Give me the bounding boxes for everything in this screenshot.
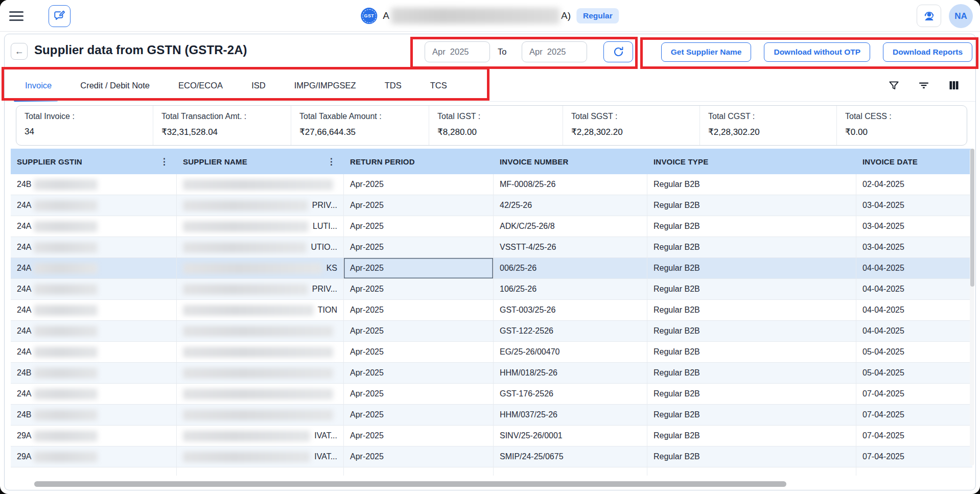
cell-return-period[interactable]: Apr-2025 xyxy=(344,237,494,258)
cell-invoice-type[interactable]: Regular B2B xyxy=(647,279,856,300)
cell-return-period[interactable]: Apr-2025 xyxy=(344,446,494,467)
columns-icon[interactable] xyxy=(948,79,960,91)
cell-return-period[interactable]: Apr-2025 xyxy=(344,426,494,446)
cell-invoice-type[interactable]: Regular B2B xyxy=(647,405,856,426)
cell-return-period[interactable]: Apr-2025 xyxy=(344,384,494,405)
cell-invoice-number[interactable]: SINV/25-26/0001 xyxy=(494,426,647,446)
cell-invoice-date[interactable]: 05-04-2025 xyxy=(856,363,972,384)
cell-invoice-number[interactable]: ADK/C/25-26/8 xyxy=(494,216,647,237)
table-row[interactable]: 24APRIV...Apr-202542/25-26Regular B2B03-… xyxy=(11,195,972,216)
vertical-scrollbar-thumb[interactable] xyxy=(970,149,974,287)
cell-invoice-number[interactable]: HHM/018/25-26 xyxy=(494,363,647,384)
cell-invoice-number[interactable]: GST-176-2526 xyxy=(494,384,647,405)
column-header-invoice-date[interactable]: INVOICE DATE xyxy=(856,149,972,174)
table-row[interactable]: 24AApr-2025EG/25-26/00470Regular B2B05-0… xyxy=(11,342,972,363)
cell-return-period[interactable]: Apr-2025 xyxy=(344,405,494,426)
cell-invoice-type[interactable]: Regular B2B xyxy=(647,321,856,342)
table-row[interactable]: 24BApr-2025HHM/037/25-26Regular B2B07-04… xyxy=(11,405,972,426)
column-header-supplier-gstin[interactable]: SUPPLIER GSTIN⋮ xyxy=(11,149,177,174)
table-row[interactable]: 29AIVAT...Apr-2025SINV/25-26/0001Regular… xyxy=(11,426,972,446)
table-row[interactable]: 24ATIONApr-2025GST-003/25-26Regular B2B0… xyxy=(11,300,972,321)
column-header-supplier-name[interactable]: SUPPLIER NAME⋮ xyxy=(177,149,344,174)
date-to-input[interactable] xyxy=(522,41,587,62)
tab-invoice[interactable]: Invoice xyxy=(25,69,52,102)
chat-edit-button[interactable] xyxy=(49,5,71,27)
back-button[interactable]: ← xyxy=(11,43,28,60)
cell-invoice-number[interactable]: EG/25-26/00470 xyxy=(494,342,647,363)
cell-return-period[interactable]: Apr-2025 xyxy=(344,216,494,237)
column-header-return-period[interactable]: RETURN PERIOD xyxy=(344,149,494,174)
cell-invoice-date[interactable]: 04-04-2025 xyxy=(856,258,972,279)
column-menu-icon[interactable]: ⋮ xyxy=(325,156,338,167)
cell-invoice-date[interactable]: 04-04-2025 xyxy=(856,279,972,300)
cell-invoice-date[interactable]: 04-04-2025 xyxy=(856,321,972,342)
cell-invoice-type[interactable]: Regular B2B xyxy=(647,446,856,467)
cell-invoice-type[interactable]: Regular B2B xyxy=(647,174,856,195)
cell-invoice-date[interactable]: 07-04-2025 xyxy=(856,426,972,446)
cell-invoice-number[interactable]: VSSTT-4/25-26 xyxy=(494,237,647,258)
support-button[interactable] xyxy=(917,5,941,27)
filter-funnel-icon[interactable] xyxy=(888,80,900,91)
cell-invoice-date[interactable]: 02-04-2025 xyxy=(856,174,972,195)
cell-invoice-date[interactable]: 03-04-2025 xyxy=(856,195,972,216)
cell-return-period[interactable]: Apr-2025 xyxy=(344,195,494,216)
table-row[interactable]: 24BApr-2025MF-0008/25-26Regular B2B02-04… xyxy=(11,174,972,195)
cell-invoice-type[interactable]: Regular B2B xyxy=(647,342,856,363)
cell-invoice-type[interactable]: Regular B2B xyxy=(647,195,856,216)
cell-invoice-date[interactable]: 07-04-2025 xyxy=(856,384,972,405)
cell-return-period[interactable]: Apr-2025 xyxy=(344,174,494,195)
column-header-invoice-number[interactable]: INVOICE NUMBER xyxy=(494,149,647,174)
cell-invoice-number[interactable]: GST-003/25-26 xyxy=(494,300,647,321)
cell-return-period[interactable]: Apr-2025 xyxy=(344,279,494,300)
cell-invoice-type[interactable]: Regular B2B xyxy=(647,384,856,405)
date-from-input[interactable] xyxy=(425,41,490,62)
tab-credit-debit-note[interactable]: Credit / Debit Note xyxy=(80,69,150,102)
table-row[interactable]: 24AKSApr-2025006/25-26Regular B2B04-04-2… xyxy=(11,258,972,279)
cell-invoice-type[interactable]: Regular B2B xyxy=(647,216,856,237)
horizontal-scrollbar-thumb[interactable] xyxy=(34,481,786,487)
cell-invoice-number[interactable]: MF-0008/25-26 xyxy=(494,174,647,195)
table-row[interactable]: 24AUTIO...Apr-2025VSSTT-4/25-26Regular B… xyxy=(11,237,972,258)
cell-return-period[interactable]: Apr-2025 xyxy=(344,258,494,279)
user-avatar[interactable]: NA xyxy=(949,4,973,28)
cell-invoice-type[interactable]: Regular B2B xyxy=(647,426,856,446)
horizontal-scrollbar[interactable] xyxy=(10,481,968,487)
table-row[interactable]: 24APRIV...Apr-2025106/25-26Regular B2B04… xyxy=(11,279,972,300)
cell-invoice-type[interactable]: Regular B2B xyxy=(647,363,856,384)
tab-tds[interactable]: TDS xyxy=(385,69,402,102)
tab-tcs[interactable]: TCS xyxy=(430,69,447,102)
table-row[interactable]: 24ALUTI...Apr-2025ADK/C/25-26/8Regular B… xyxy=(11,216,972,237)
filter-lines-icon[interactable] xyxy=(918,79,930,91)
get-supplier-name-button[interactable]: Get Supplier Name xyxy=(661,42,752,62)
cell-return-period[interactable]: Apr-2025 xyxy=(344,342,494,363)
cell-invoice-date[interactable]: 03-04-2025 xyxy=(856,216,972,237)
cell-return-period[interactable]: Apr-2025 xyxy=(344,363,494,384)
cell-invoice-type[interactable]: Regular B2B xyxy=(647,300,856,321)
vertical-scrollbar[interactable] xyxy=(970,149,974,465)
cell-invoice-type[interactable]: Regular B2B xyxy=(647,237,856,258)
cell-invoice-number[interactable]: 106/25-26 xyxy=(494,279,647,300)
cell-invoice-date[interactable]: 05-04-2025 xyxy=(856,342,972,363)
cell-invoice-date[interactable]: 07-04-2025 xyxy=(856,405,972,426)
cell-return-period[interactable]: Apr-2025 xyxy=(344,321,494,342)
cell-invoice-number[interactable]: SMIP/24-25/0675 xyxy=(494,446,647,467)
column-header-invoice-type[interactable]: INVOICE TYPE xyxy=(647,149,856,174)
cell-invoice-type[interactable]: Regular B2B xyxy=(647,258,856,279)
cell-invoice-date[interactable]: 03-04-2025 xyxy=(856,237,972,258)
table-row[interactable]: 24AApr-2025GST-176-2526Regular B2B07-04-… xyxy=(11,384,972,405)
cell-invoice-number[interactable]: GST-122-2526 xyxy=(494,321,647,342)
cell-invoice-date[interactable]: 04-04-2025 xyxy=(856,300,972,321)
download-without-otp-button[interactable]: Download without OTP xyxy=(764,42,870,62)
table-row[interactable]: 24AApr-2025GST-122-2526Regular B2B04-04-… xyxy=(11,321,972,342)
download-reports-button[interactable]: Download Reports xyxy=(883,42,972,62)
cell-invoice-number[interactable]: 42/25-26 xyxy=(494,195,647,216)
tab-isd[interactable]: ISD xyxy=(251,69,266,102)
tab-eco-ecoa[interactable]: ECO/ECOA xyxy=(178,69,223,102)
column-menu-icon[interactable]: ⋮ xyxy=(158,156,171,167)
refresh-button[interactable] xyxy=(603,41,633,62)
table-row[interactable]: 29AIVAT...Apr-2025SMIP/24-25/0675Regular… xyxy=(11,446,972,467)
cell-return-period[interactable]: Apr-2025 xyxy=(344,300,494,321)
cell-invoice-date[interactable]: 07-04-2025 xyxy=(856,446,972,467)
cell-invoice-number[interactable]: 006/25-26 xyxy=(494,258,647,279)
tab-impg-impgsez[interactable]: IMPG/IMPGSEZ xyxy=(294,69,356,102)
